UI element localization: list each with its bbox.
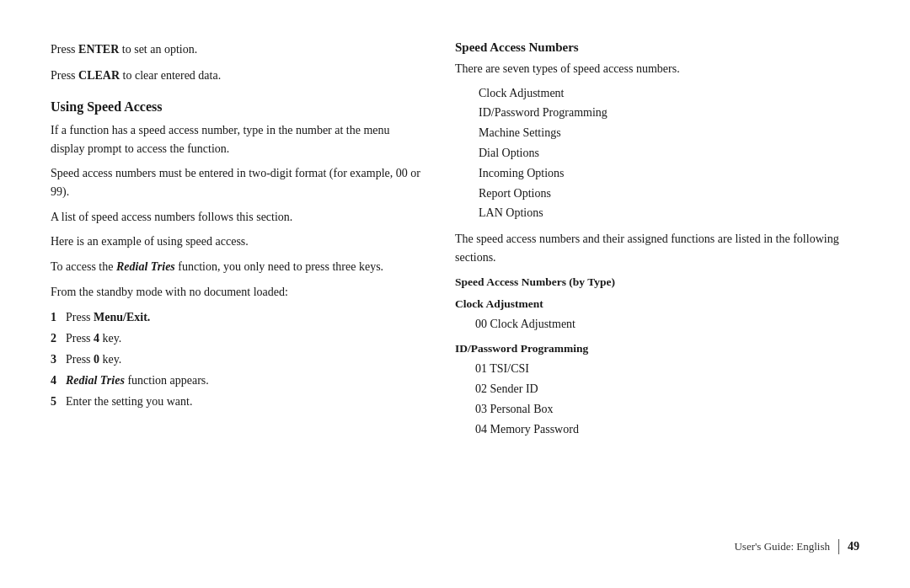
step-4: 4 Redial Tries function appears. (51, 372, 421, 389)
page: Press ENTER to set an option. Press CLEA… (0, 0, 910, 588)
clock-items: 00 Clock Adjustment (475, 314, 859, 334)
step-2: 2 Press 4 key. (51, 329, 421, 347)
clock-heading: Clock Adjustment (455, 297, 859, 311)
section-heading: Using Speed Access (51, 99, 421, 115)
id-item-4: 04 Memory Password (475, 420, 859, 440)
press-enter-label: Press (51, 43, 76, 56)
type-6: Report Options (479, 184, 859, 204)
id-item-2: 02 Sender ID (475, 379, 859, 399)
types-list: Clock Adjustment ID/Password Programming… (479, 83, 859, 224)
step-5: 5 Enter the setting you want. (51, 393, 421, 410)
para5-post: function, you only need to press three k… (175, 260, 383, 273)
id-items: 01 TSI/CSI 02 Sender ID 03 Personal Box … (475, 359, 859, 439)
speed-access-title: Speed Access Numbers (455, 40, 859, 55)
press-enter-line: Press ENTER to set an option. (51, 40, 421, 58)
step-2-text: Press 4 key. (66, 329, 421, 347)
step-1: 1 Press Menu/Exit. (51, 308, 421, 326)
footer-divider (838, 539, 839, 554)
enter-keyword: ENTER (78, 43, 119, 56)
press-clear-line: Press CLEAR to clear entered data. (51, 67, 421, 84)
numbered-list: 1 Press Menu/Exit. 2 Press 4 key. 3 Pres… (51, 308, 421, 410)
id-item-3: 03 Personal Box (475, 399, 859, 420)
clear-rest: to clear entered data. (123, 69, 222, 82)
press-clear-label: Press (51, 69, 76, 82)
step-5-text: Enter the setting you want. (66, 393, 421, 410)
left-column: Press ENTER to set an option. Press CLEA… (51, 40, 421, 526)
step-3-bold: 0 (94, 353, 99, 366)
para1: If a function has a speed access number,… (51, 121, 421, 158)
para5-pre: To access the (51, 260, 116, 273)
type-3: Machine Settings (479, 123, 859, 143)
footer-page: 49 (848, 540, 859, 553)
id-item-1: 01 TSI/CSI (475, 359, 859, 379)
step-3-num: 3 (51, 350, 66, 368)
type-5: Incoming Options (479, 163, 859, 184)
after-list-text: The speed access numbers and their assig… (455, 230, 859, 266)
para4: Here is an example of using speed access… (51, 233, 421, 251)
step-2-num: 2 (51, 329, 66, 347)
speed-access-intro: There are seven types of speed access nu… (455, 60, 859, 78)
step-1-text: Press Menu/Exit. (66, 308, 421, 326)
step-4-bold: Redial Tries (66, 374, 125, 387)
clock-item-1: 00 Clock Adjustment (475, 314, 859, 334)
step-1-bold: Menu/Exit. (94, 311, 150, 323)
step-2-bold: 4 (94, 332, 99, 345)
para2: Speed access numbers must be entered in … (51, 164, 421, 200)
step-5-num: 5 (51, 393, 66, 410)
step-4-text: Redial Tries function appears. (66, 372, 421, 389)
id-heading: ID/Password Programming (455, 342, 859, 355)
type-2: ID/Password Programming (479, 103, 859, 123)
para5-bold: Redial Tries (116, 260, 175, 273)
para5: To access the Redial Tries function, you… (51, 258, 421, 276)
enter-rest: to set an option. (122, 43, 197, 56)
type-1: Clock Adjustment (479, 83, 859, 104)
content-area: Press ENTER to set an option. Press CLEA… (51, 40, 859, 526)
para3: A list of speed access numbers follows t… (51, 208, 421, 227)
clear-keyword: CLEAR (78, 69, 120, 82)
para6: From the standby mode with no document l… (51, 283, 421, 302)
step-1-num: 1 (51, 308, 66, 326)
type-4: Dial Options (479, 143, 859, 163)
step-3-text: Press 0 key. (66, 350, 421, 368)
right-column: Speed Access Numbers There are seven typ… (455, 40, 859, 526)
type-7: LAN Options (479, 203, 859, 223)
by-type-heading: Speed Access Numbers (by Type) (455, 275, 859, 289)
step-4-num: 4 (51, 372, 66, 389)
footer-label: User's Guide: English (734, 540, 830, 553)
footer: User's Guide: English 49 (51, 526, 859, 554)
step-3: 3 Press 0 key. (51, 350, 421, 368)
